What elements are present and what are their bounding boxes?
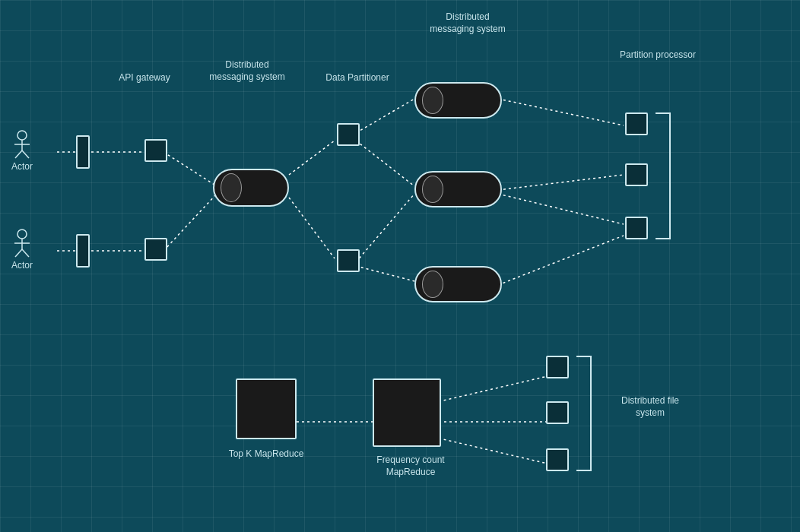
- interface-rect-2: [76, 234, 90, 268]
- svg-line-7: [289, 198, 335, 258]
- svg-line-9: [356, 141, 414, 186]
- top-k-label: Top K MapReduce: [224, 448, 308, 461]
- partition-brace: [656, 112, 671, 239]
- top-pill-inner: [422, 87, 443, 114]
- partition-proc-label: Partition processor: [616, 49, 700, 62]
- svg-line-8: [356, 99, 414, 133]
- actor-1-label: Actor: [11, 161, 33, 172]
- api-rect-2: [144, 238, 167, 261]
- bot-pill-inner: [422, 271, 443, 298]
- svg-line-28: [15, 249, 22, 257]
- fs-rect-2: [546, 401, 569, 424]
- dist-msg-top-label: Distributed messaging system: [430, 11, 506, 35]
- part-rect-3: [625, 217, 648, 239]
- top-pill: [414, 82, 502, 119]
- svg-line-15: [498, 236, 624, 285]
- svg-line-29: [22, 249, 29, 257]
- connection-lines: .dotted { stroke: white; stroke-width: 1…: [0, 0, 800, 532]
- svg-line-12: [498, 99, 624, 125]
- svg-line-19: [433, 437, 548, 464]
- svg-point-25: [17, 230, 27, 239]
- data-part-rect-2: [337, 249, 360, 272]
- part-rect-1: [625, 112, 648, 135]
- svg-line-23: [15, 150, 22, 158]
- grid-background: [0, 0, 800, 532]
- api-gateway-label: API gateway: [118, 72, 171, 84]
- actor-2: Actor: [11, 228, 33, 271]
- svg-line-24: [22, 150, 29, 158]
- svg-line-17: [433, 376, 548, 403]
- svg-line-6: [289, 141, 335, 175]
- fs-rect-3: [546, 448, 569, 471]
- dist-msg-pill: [213, 169, 289, 207]
- fs-brace: [576, 356, 592, 471]
- svg-line-14: [498, 194, 624, 224]
- pill-inner: [221, 173, 242, 202]
- top-k-square: [236, 378, 297, 439]
- actor-1-icon: [11, 129, 33, 160]
- dist-fs-label: Distributed file system: [608, 395, 692, 419]
- svg-line-2: [163, 152, 217, 186]
- bot-pill: [414, 266, 502, 302]
- data-part-rect-1: [337, 123, 360, 146]
- dist-msg-label-1: Distributed messaging system: [205, 59, 289, 83]
- actor-1: Actor: [11, 129, 33, 172]
- svg-line-11: [356, 266, 414, 281]
- svg-line-13: [498, 175, 624, 190]
- interface-rect-1: [76, 135, 90, 169]
- freq-count-label: Frequency count MapReduce: [361, 454, 460, 478]
- data-partitioner-label: Data Partitioner: [319, 72, 395, 84]
- svg-line-10: [356, 194, 414, 262]
- svg-line-5: [163, 194, 217, 251]
- api-rect-1: [144, 139, 167, 162]
- svg-point-20: [17, 131, 27, 140]
- actor-2-icon: [11, 228, 33, 258]
- part-rect-2: [625, 163, 648, 186]
- mid-pill: [414, 171, 502, 207]
- actor-2-label: Actor: [11, 260, 33, 271]
- fs-rect-1: [546, 356, 569, 378]
- mid-pill-inner: [422, 176, 443, 203]
- freq-count-square: [373, 378, 441, 447]
